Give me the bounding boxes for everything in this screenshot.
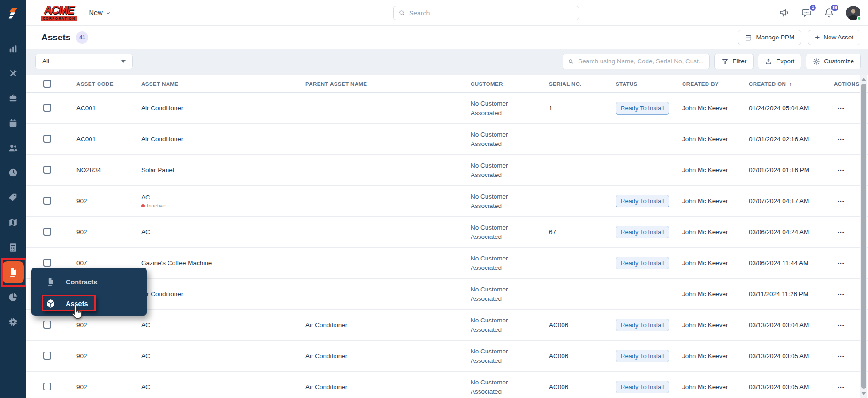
col-status[interactable]: STATUS bbox=[616, 81, 682, 87]
vertical-scrollbar[interactable] bbox=[860, 75, 867, 398]
assets-table: ASSET CODE ASSET NAME PARENT ASSET NAME … bbox=[26, 75, 868, 398]
row-actions-button[interactable]: ••• bbox=[834, 292, 845, 297]
asset-name-cell: Air Conditioner bbox=[141, 291, 305, 298]
customize-button[interactable]: Customize bbox=[806, 54, 861, 69]
sidebar-item-reports[interactable] bbox=[0, 284, 26, 309]
sidebar-item-map[interactable] bbox=[0, 210, 26, 235]
table-row[interactable]: 007Gazine's Coffee MachineNo Customer As… bbox=[26, 248, 868, 279]
flyout-item-label: Assets bbox=[66, 300, 88, 307]
row-actions-button[interactable]: ••• bbox=[834, 137, 845, 142]
sidebar-item-schedule[interactable] bbox=[0, 110, 26, 135]
created-on-cell: 02/07/2024 04:17 AM bbox=[749, 198, 834, 205]
announcements-button[interactable] bbox=[778, 7, 791, 19]
col-asset-name[interactable]: ASSET NAME bbox=[141, 81, 305, 87]
col-customer[interactable]: CUSTOMER bbox=[471, 81, 549, 87]
col-serial-no[interactable]: SERIAL NO. bbox=[549, 81, 616, 87]
row-checkbox[interactable] bbox=[43, 228, 51, 236]
topbar: ACME CORPORATION New 1 36 bbox=[26, 0, 868, 26]
export-button[interactable]: Export bbox=[758, 54, 801, 69]
view-filter-select[interactable]: All bbox=[35, 54, 133, 69]
row-checkbox[interactable] bbox=[43, 104, 51, 112]
created-on-cell: 03/13/2024 03:05 AM bbox=[749, 383, 834, 390]
row-checkbox[interactable] bbox=[43, 383, 51, 390]
table-row[interactable]: AC001Air ConditionerNo Customer Associat… bbox=[26, 124, 868, 155]
filter-button[interactable]: Filter bbox=[714, 54, 754, 69]
calendar-icon bbox=[8, 118, 18, 128]
row-actions-button[interactable]: ••• bbox=[834, 385, 845, 390]
row-actions-button[interactable]: ••• bbox=[834, 106, 845, 111]
asset-name-cell: AC bbox=[141, 321, 305, 329]
global-search[interactable] bbox=[393, 6, 579, 20]
row-checkbox[interactable] bbox=[43, 259, 51, 267]
row-checkbox[interactable] bbox=[43, 197, 51, 205]
asset-code-cell: AC001 bbox=[76, 105, 141, 112]
scrollbar-thumb[interactable] bbox=[861, 84, 866, 389]
new-menu-button[interactable]: New bbox=[89, 9, 111, 16]
flyout-item-contracts[interactable]: Contracts bbox=[31, 274, 147, 290]
caret-down-icon bbox=[121, 60, 126, 63]
asset-code-cell: 902 bbox=[76, 198, 141, 205]
row-actions-button[interactable]: ••• bbox=[834, 354, 845, 359]
asset-name-cell: Solar Panel bbox=[141, 167, 305, 174]
flyout-item-assets[interactable]: Assets bbox=[31, 296, 147, 312]
row-actions-button[interactable]: ••• bbox=[834, 323, 845, 328]
table-row[interactable]: 902ACInactiveNo Customer AssociatedReady… bbox=[26, 186, 868, 217]
row-actions-button[interactable]: ••• bbox=[834, 230, 845, 235]
row-checkbox[interactable] bbox=[43, 352, 51, 360]
acme-logo[interactable]: ACME CORPORATION bbox=[41, 5, 77, 21]
content-area: All Filter Export Customize bbox=[26, 49, 868, 398]
sidebar-item-tags[interactable] bbox=[0, 185, 26, 210]
table-row[interactable]: 902ACNo Customer Associated67Ready To In… bbox=[26, 217, 868, 248]
global-search-input[interactable] bbox=[409, 9, 574, 17]
tag-icon bbox=[8, 192, 18, 203]
scroll-up-arrow-icon[interactable] bbox=[861, 78, 866, 81]
acme-logo-text: ACME bbox=[44, 5, 74, 15]
scroll-down-arrow-icon[interactable] bbox=[861, 392, 866, 395]
sidebar-item-teams[interactable] bbox=[0, 135, 26, 160]
table-row[interactable]: Air ConditionerNo Customer AssociatedJoh… bbox=[26, 279, 868, 310]
row-checkbox[interactable] bbox=[43, 166, 51, 174]
notifications-button[interactable]: 36 bbox=[823, 7, 836, 19]
created-on-cell: 01/31/2024 02:16 AM bbox=[749, 136, 834, 143]
row-actions-button[interactable]: ••• bbox=[834, 168, 845, 173]
table-search-input[interactable] bbox=[578, 58, 705, 65]
status-cell: Ready To Install bbox=[616, 381, 682, 393]
asset-name-cell: Air Conditioner bbox=[141, 136, 305, 143]
user-avatar[interactable] bbox=[846, 6, 860, 20]
status-cell: Ready To Install bbox=[616, 350, 682, 362]
row-actions-button[interactable]: ••• bbox=[834, 261, 845, 266]
created-by-cell: John Mc Keever bbox=[682, 229, 749, 236]
sidebar-item-invoices[interactable] bbox=[0, 235, 26, 260]
serial-no-cell: AC006 bbox=[549, 321, 616, 329]
row-checkbox[interactable] bbox=[43, 321, 51, 329]
sidebar-item-jobs[interactable] bbox=[0, 85, 26, 110]
select-all-checkbox[interactable] bbox=[43, 80, 51, 88]
sidebar-item-timesheets[interactable] bbox=[0, 160, 26, 185]
app-logo-icon[interactable] bbox=[0, 0, 26, 26]
briefcase-icon bbox=[8, 93, 18, 103]
col-parent-asset-name[interactable]: PARENT ASSET NAME bbox=[305, 81, 471, 87]
manage-ppm-button[interactable]: Manage PPM bbox=[738, 30, 801, 45]
table-row[interactable]: AC001Air ConditionerNo Customer Associat… bbox=[26, 93, 868, 124]
row-checkbox[interactable] bbox=[43, 135, 51, 143]
status-badge: Ready To Install bbox=[616, 195, 669, 207]
new-asset-button[interactable]: + New Asset bbox=[808, 30, 860, 45]
asset-code-cell: 902 bbox=[76, 352, 141, 360]
sidebar-item-tools[interactable] bbox=[0, 61, 26, 85]
calculator-icon bbox=[8, 242, 18, 253]
sidebar-item-dashboard[interactable] bbox=[0, 36, 26, 61]
messages-button[interactable]: 1 bbox=[801, 7, 813, 19]
table-row[interactable]: 902ACAir ConditionerNo Customer Associat… bbox=[26, 372, 868, 398]
row-actions-button[interactable]: ••• bbox=[834, 199, 845, 204]
col-created-on[interactable]: CREATED ON↑ bbox=[749, 80, 834, 87]
table-search[interactable] bbox=[563, 54, 710, 69]
contracts-icon bbox=[46, 277, 56, 287]
users-icon bbox=[8, 143, 18, 153]
sidebar-item-documents[interactable] bbox=[0, 260, 26, 284]
sidebar-item-settings[interactable] bbox=[0, 309, 26, 334]
table-row[interactable]: NO2R34Solar PanelNo Customer AssociatedJ… bbox=[26, 155, 868, 186]
table-row[interactable]: 902ACAir ConditionerNo Customer Associat… bbox=[26, 341, 868, 372]
col-asset-code[interactable]: ASSET CODE bbox=[76, 81, 141, 87]
table-row[interactable]: 902ACAir ConditionerNo Customer Associat… bbox=[26, 310, 868, 341]
col-created-by[interactable]: CREATED BY bbox=[682, 81, 749, 87]
